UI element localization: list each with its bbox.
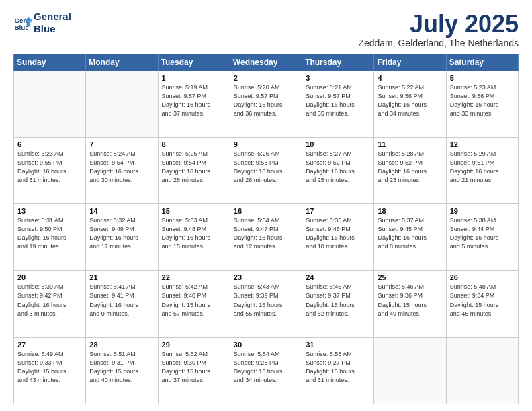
table-row: 8Sunrise: 5:25 AM Sunset: 9:54 PM Daylig… <box>158 137 230 203</box>
table-row <box>86 71 158 137</box>
logo: General Blue General Blue <box>13 11 71 35</box>
calendar-week-5: 27Sunrise: 5:49 AM Sunset: 9:33 PM Dayli… <box>14 337 519 404</box>
day-number: 18 <box>378 207 442 215</box>
day-number: 23 <box>234 273 298 281</box>
table-row: 19Sunrise: 5:38 AM Sunset: 9:44 PM Dayli… <box>446 204 518 271</box>
day-number: 2 <box>234 74 298 82</box>
day-number: 17 <box>306 207 370 215</box>
table-row <box>14 71 86 137</box>
col-wednesday: Wednesday <box>230 54 302 71</box>
table-row: 7Sunrise: 5:24 AM Sunset: 9:54 PM Daylig… <box>86 137 158 203</box>
col-thursday: Thursday <box>302 54 374 71</box>
day-number: 12 <box>450 140 515 148</box>
table-row: 27Sunrise: 5:49 AM Sunset: 9:33 PM Dayli… <box>14 337 86 404</box>
day-info: Sunrise: 5:26 AM Sunset: 9:53 PM Dayligh… <box>234 150 298 185</box>
day-number: 28 <box>89 340 154 349</box>
location: Zeddam, Gelderland, The Netherlands <box>358 38 519 48</box>
table-row: 3Sunrise: 5:21 AM Sunset: 9:57 PM Daylig… <box>302 71 374 137</box>
table-row: 29Sunrise: 5:52 AM Sunset: 9:30 PM Dayli… <box>158 337 230 404</box>
day-info: Sunrise: 5:20 AM Sunset: 9:57 PM Dayligh… <box>234 83 298 118</box>
col-monday: Monday <box>86 54 158 71</box>
logo-icon: General Blue <box>13 13 32 32</box>
col-friday: Friday <box>374 54 446 71</box>
day-info: Sunrise: 5:33 AM Sunset: 9:48 PM Dayligh… <box>162 216 226 251</box>
day-info: Sunrise: 5:45 AM Sunset: 9:37 PM Dayligh… <box>306 283 370 318</box>
day-info: Sunrise: 5:49 AM Sunset: 9:33 PM Dayligh… <box>17 350 82 385</box>
day-info: Sunrise: 5:27 AM Sunset: 9:52 PM Dayligh… <box>306 150 370 185</box>
table-row: 25Sunrise: 5:46 AM Sunset: 9:36 PM Dayli… <box>374 271 446 337</box>
title-block: July 2025 Zeddam, Gelderland, The Nether… <box>358 11 519 48</box>
day-info: Sunrise: 5:32 AM Sunset: 9:49 PM Dayligh… <box>89 216 154 251</box>
day-info: Sunrise: 5:51 AM Sunset: 9:31 PM Dayligh… <box>89 350 154 385</box>
calendar-header-row: Sunday Monday Tuesday Wednesday Thursday… <box>14 54 519 71</box>
day-info: Sunrise: 5:37 AM Sunset: 9:45 PM Dayligh… <box>378 216 442 251</box>
col-saturday: Saturday <box>446 54 518 71</box>
table-row: 14Sunrise: 5:32 AM Sunset: 9:49 PM Dayli… <box>86 204 158 271</box>
table-row: 12Sunrise: 5:29 AM Sunset: 9:51 PM Dayli… <box>446 137 518 203</box>
col-sunday: Sunday <box>14 54 86 71</box>
day-number: 25 <box>378 273 442 281</box>
table-row: 21Sunrise: 5:41 AM Sunset: 9:41 PM Dayli… <box>86 271 158 337</box>
table-row: 5Sunrise: 5:23 AM Sunset: 9:56 PM Daylig… <box>446 71 518 137</box>
day-info: Sunrise: 5:19 AM Sunset: 9:57 PM Dayligh… <box>162 83 226 118</box>
day-info: Sunrise: 5:31 AM Sunset: 9:50 PM Dayligh… <box>17 216 82 251</box>
day-number: 5 <box>450 74 515 82</box>
table-row: 30Sunrise: 5:54 AM Sunset: 9:28 PM Dayli… <box>230 337 302 404</box>
table-row: 9Sunrise: 5:26 AM Sunset: 9:53 PM Daylig… <box>230 137 302 203</box>
day-number: 20 <box>17 273 82 281</box>
table-row: 16Sunrise: 5:34 AM Sunset: 9:47 PM Dayli… <box>230 204 302 271</box>
logo-line1: General <box>34 11 71 23</box>
table-row: 28Sunrise: 5:51 AM Sunset: 9:31 PM Dayli… <box>86 337 158 404</box>
header: General Blue General Blue July 2025 Zedd… <box>13 11 519 48</box>
day-number: 29 <box>162 340 226 349</box>
table-row: 13Sunrise: 5:31 AM Sunset: 9:50 PM Dayli… <box>14 204 86 271</box>
day-number: 3 <box>306 74 370 82</box>
day-info: Sunrise: 5:23 AM Sunset: 9:56 PM Dayligh… <box>450 83 515 118</box>
day-info: Sunrise: 5:46 AM Sunset: 9:36 PM Dayligh… <box>378 283 442 318</box>
day-info: Sunrise: 5:35 AM Sunset: 9:46 PM Dayligh… <box>306 216 370 251</box>
table-row: 4Sunrise: 5:22 AM Sunset: 9:56 PM Daylig… <box>374 71 446 137</box>
table-row: 18Sunrise: 5:37 AM Sunset: 9:45 PM Dayli… <box>374 204 446 271</box>
table-row <box>374 337 446 404</box>
day-number: 14 <box>89 207 154 215</box>
table-row: 6Sunrise: 5:23 AM Sunset: 9:55 PM Daylig… <box>14 137 86 203</box>
calendar-table: Sunday Monday Tuesday Wednesday Thursday… <box>13 54 519 404</box>
month-title: July 2025 <box>358 11 519 38</box>
day-info: Sunrise: 5:48 AM Sunset: 9:34 PM Dayligh… <box>450 283 515 318</box>
table-row: 23Sunrise: 5:43 AM Sunset: 9:39 PM Dayli… <box>230 271 302 337</box>
day-info: Sunrise: 5:34 AM Sunset: 9:47 PM Dayligh… <box>234 216 298 251</box>
day-info: Sunrise: 5:23 AM Sunset: 9:55 PM Dayligh… <box>17 150 82 185</box>
day-info: Sunrise: 5:21 AM Sunset: 9:57 PM Dayligh… <box>306 83 370 118</box>
day-info: Sunrise: 5:52 AM Sunset: 9:30 PM Dayligh… <box>162 350 226 385</box>
table-row: 20Sunrise: 5:39 AM Sunset: 9:42 PM Dayli… <box>14 271 86 337</box>
day-number: 16 <box>234 207 298 215</box>
page: General Blue General Blue July 2025 Zedd… <box>0 0 532 411</box>
day-info: Sunrise: 5:38 AM Sunset: 9:44 PM Dayligh… <box>450 216 515 251</box>
day-info: Sunrise: 5:28 AM Sunset: 9:52 PM Dayligh… <box>378 150 442 185</box>
day-number: 26 <box>450 273 515 281</box>
table-row: 15Sunrise: 5:33 AM Sunset: 9:48 PM Dayli… <box>158 204 230 271</box>
calendar-week-4: 20Sunrise: 5:39 AM Sunset: 9:42 PM Dayli… <box>14 271 519 337</box>
day-number: 6 <box>17 140 82 148</box>
table-row: 31Sunrise: 5:55 AM Sunset: 9:27 PM Dayli… <box>302 337 374 404</box>
day-info: Sunrise: 5:25 AM Sunset: 9:54 PM Dayligh… <box>162 150 226 185</box>
day-number: 1 <box>162 74 226 82</box>
table-row: 1Sunrise: 5:19 AM Sunset: 9:57 PM Daylig… <box>158 71 230 137</box>
day-number: 19 <box>450 207 515 215</box>
day-number: 15 <box>162 207 226 215</box>
day-number: 22 <box>162 273 226 281</box>
table-row: 2Sunrise: 5:20 AM Sunset: 9:57 PM Daylig… <box>230 71 302 137</box>
day-number: 31 <box>306 340 370 349</box>
day-info: Sunrise: 5:54 AM Sunset: 9:28 PM Dayligh… <box>234 350 298 385</box>
day-info: Sunrise: 5:22 AM Sunset: 9:56 PM Dayligh… <box>378 83 442 118</box>
day-number: 10 <box>306 140 370 148</box>
day-info: Sunrise: 5:43 AM Sunset: 9:39 PM Dayligh… <box>234 283 298 318</box>
day-number: 24 <box>306 273 370 281</box>
day-info: Sunrise: 5:41 AM Sunset: 9:41 PM Dayligh… <box>89 283 154 318</box>
calendar-week-3: 13Sunrise: 5:31 AM Sunset: 9:50 PM Dayli… <box>14 204 519 271</box>
day-number: 4 <box>378 74 442 82</box>
table-row: 17Sunrise: 5:35 AM Sunset: 9:46 PM Dayli… <box>302 204 374 271</box>
table-row: 11Sunrise: 5:28 AM Sunset: 9:52 PM Dayli… <box>374 137 446 203</box>
day-number: 7 <box>89 140 154 148</box>
day-info: Sunrise: 5:42 AM Sunset: 9:40 PM Dayligh… <box>162 283 226 318</box>
